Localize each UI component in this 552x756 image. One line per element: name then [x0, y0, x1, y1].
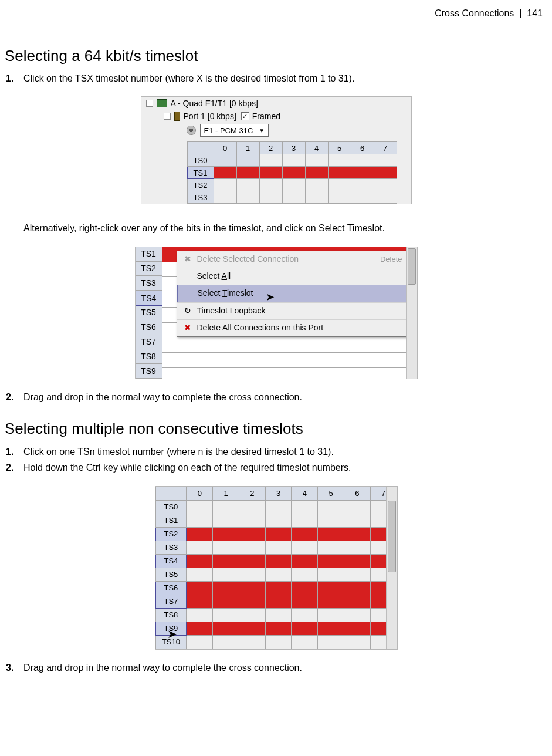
row-label[interactable]: TS8 — [155, 608, 187, 622]
menu-label: Delete All Connections on this Port — [197, 322, 324, 333]
tree-port-label[interactable]: Port 1 [0 kbps] — [184, 111, 236, 122]
scrollbar[interactable] — [386, 487, 397, 649]
col-header: 4 — [305, 142, 328, 154]
header-section: Cross Connections — [435, 8, 514, 18]
col-header: 7 — [374, 142, 397, 154]
step-text: Click on the TSX timeslot number (where … — [23, 72, 547, 85]
table-row[interactable]: TS1 — [155, 514, 397, 527]
card-icon — [157, 99, 167, 107]
row-label[interactable]: TS2 — [187, 179, 214, 191]
menu-delete-selected: ✖ Delete Selected Connection Delete — [177, 251, 408, 268]
tree-card-label[interactable]: A - Quad E1/T1 [0 kbps] — [171, 98, 258, 109]
col-header: 6 — [344, 487, 370, 500]
framed-checkbox[interactable]: ✓ — [241, 112, 249, 120]
step-text: Click on one TSn timeslot number (where … — [23, 446, 547, 458]
scrollbar-thumb[interactable] — [408, 248, 416, 285]
row-label[interactable]: TS6 — [155, 581, 187, 595]
table-corner — [155, 487, 187, 500]
row-label[interactable]: TS5 — [155, 568, 187, 581]
step-text: Drag and drop in the normal way to compl… — [23, 391, 547, 404]
tree-collapse-icon[interactable]: − — [164, 113, 171, 120]
table-row-selected[interactable]: TS9 — [155, 622, 397, 635]
row-label[interactable]: TS1 — [187, 167, 214, 179]
step-text: Hold down the Ctrl key while clicking on… — [23, 461, 547, 474]
row-label[interactable]: TS6 — [136, 320, 162, 335]
row-label[interactable]: TS8 — [136, 349, 162, 364]
step-text: Drag and drop in the normal way to compl… — [23, 662, 547, 674]
delete-icon: ✖ — [182, 322, 194, 333]
table-row[interactable]: TS3 — [187, 191, 397, 204]
step2-2: 2. Hold down the Ctrl key while clicking… — [5, 461, 547, 474]
menu-timeslot-loopback[interactable]: ↻ Timeslot Loopback — [177, 302, 408, 319]
framing-combo[interactable]: E1 - PCM 31C ▼ — [200, 124, 269, 137]
row-label[interactable]: TS3 — [136, 276, 162, 291]
step-number: 2. — [5, 461, 23, 474]
table-row-selected[interactable]: TS4 — [155, 554, 397, 568]
row-label[interactable]: TS1 — [155, 514, 187, 527]
table-row-selected[interactable]: TS7 — [155, 595, 397, 608]
row-label-selected[interactable]: TS4 — [136, 291, 162, 306]
table-row[interactable]: TS0 — [187, 154, 397, 167]
row-label[interactable]: TS4 — [155, 554, 187, 568]
col-header: 1 — [213, 487, 239, 500]
row-label[interactable]: TS7 — [155, 595, 187, 608]
gear-icon[interactable] — [187, 126, 195, 134]
step-number: 3. — [5, 662, 23, 674]
table-row[interactable]: TS10 — [155, 635, 397, 649]
figure-timeslot-tree: − A - Quad E1/T1 [0 kbps] − Port 1 [0 kb… — [141, 96, 412, 204]
menu-label: Timeslot Loopback — [197, 305, 266, 316]
step-number: 1. — [5, 446, 23, 458]
menu-select-all[interactable]: Select All — [177, 268, 408, 285]
step1-2: 2. Drag and drop in the normal way to co… — [5, 391, 547, 404]
chevron-down-icon: ▼ — [259, 127, 265, 135]
delete-icon: ✖ — [182, 254, 194, 265]
row-label[interactable]: TS0 — [187, 154, 214, 167]
col-header: 2 — [259, 142, 282, 154]
table-row[interactable]: TS2 — [187, 179, 397, 191]
cursor-icon: ➤ — [266, 290, 275, 304]
row-label[interactable]: TS5 — [136, 306, 162, 320]
row-labels-column: TS1 TS2 TS3 TS4 TS5 TS6 TS7 TS8 TS9 — [136, 247, 162, 379]
scrollbar[interactable] — [406, 247, 417, 379]
row-label[interactable]: TS3 — [187, 191, 214, 204]
heading-select-multiple: Selecting multiple non consecutive times… — [5, 419, 547, 439]
row-label[interactable]: TS2 — [155, 527, 187, 541]
menu-select-timeslot[interactable]: Select Timeslot ➤ — [177, 285, 408, 302]
table-row[interactable]: TS8 — [155, 608, 397, 622]
row-label[interactable]: TS9 — [136, 364, 162, 379]
row-label[interactable]: TS2 — [136, 262, 162, 276]
step1-alt-text: Alternatively, right-click over any of t… — [23, 222, 547, 235]
menu-label: Delete Selected Connection — [197, 254, 299, 265]
col-header: 5 — [318, 487, 344, 500]
tree-collapse-icon[interactable]: − — [146, 100, 153, 107]
step-number: 1. — [5, 72, 23, 85]
figure-context-menu: TS1 TS2 TS3 TS4 TS5 TS6 TS7 TS8 TS9 ✖ De… — [135, 247, 418, 379]
row-label[interactable]: TS7 — [136, 335, 162, 350]
table-corner — [187, 142, 214, 154]
framed-label: Framed — [252, 111, 280, 122]
row-label[interactable]: TS1 — [136, 247, 162, 262]
figure-multi-select-table: 0 1 2 3 4 5 6 7 TS0 TS1 TS2 TS3 TS4 TS5 … — [155, 486, 398, 650]
menu-label: Select All — [197, 271, 231, 282]
col-header: 1 — [236, 142, 259, 154]
table-row-selected[interactable]: TS6 — [155, 581, 397, 595]
scrollbar-thumb[interactable] — [388, 501, 396, 572]
col-header: 3 — [282, 142, 305, 154]
menu-delete-all-port[interactable]: ✖ Delete All Connections on this Port — [177, 319, 408, 336]
timeslot-table: 0 1 2 3 4 5 6 7 TS0 TS1 — [187, 141, 397, 204]
col-header: 3 — [265, 487, 292, 500]
table-row-selected[interactable]: TS2 — [155, 527, 397, 541]
header-sep: | — [519, 8, 521, 18]
row-label[interactable]: TS3 — [155, 541, 187, 554]
table-row[interactable]: TS3 — [155, 541, 397, 554]
col-header: 2 — [239, 487, 265, 500]
table-row[interactable]: TS0 — [155, 500, 397, 514]
cursor-icon: ➤ — [167, 626, 177, 642]
step2-3: 3. Drag and drop in the normal way to co… — [5, 662, 547, 674]
col-header: 6 — [351, 142, 374, 154]
table-row[interactable]: TS5 — [155, 568, 397, 581]
step-number: 2. — [5, 391, 23, 404]
port-icon — [174, 112, 180, 121]
row-label[interactable]: TS0 — [155, 500, 187, 514]
table-row-selected[interactable]: TS1 — [187, 167, 397, 179]
